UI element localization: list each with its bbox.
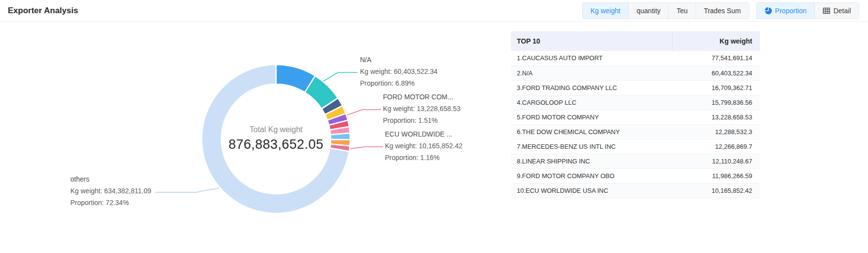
- exporter-kg-weight: 60,403,522.34: [672, 66, 760, 80]
- table-row: 7.MERCEDES-BENZ US INTL INC12,266,869.7: [511, 139, 760, 154]
- callout-others: others Kg weight: 634,382,811.09 Proport…: [70, 173, 151, 208]
- table-row: 3.FORD TRADING COMPANY LLC16,709,362.71: [511, 80, 760, 95]
- callout-line-others: [155, 188, 219, 192]
- metric-tab-group: Kg weight quantity Teu Trades Sum: [582, 2, 749, 19]
- top10-table-panel: TOP 10 Kg weight 1.CAUCASUS AUTO IMPORT7…: [511, 31, 760, 198]
- tab-teu[interactable]: Teu: [668, 3, 696, 19]
- table-row: 5.FORD MOTOR COMPANY13,228,658.53: [511, 110, 760, 124]
- table-row: 6.THE DOW CHEMICAL COMPANY12,288,532.3: [511, 124, 760, 139]
- exporter-kg-weight: 13,228,658.53: [672, 110, 760, 124]
- callout-ford-motor: FORD MOTOR COM... Kg weight: 13,228,658.…: [383, 91, 461, 126]
- column-header-top10: TOP 10: [511, 31, 672, 51]
- callout-title: N/A: [360, 54, 438, 66]
- callout-proportion: Proportion: 72.34%: [70, 197, 151, 208]
- exporter-name: 2.N/A: [511, 66, 672, 80]
- tab-detail[interactable]: Detail: [814, 3, 859, 19]
- exporter-name: 1.CAUCASUS AUTO IMPORT: [511, 51, 672, 66]
- callout-kg-weight: Kg weight: 13,228,658.53: [383, 103, 461, 115]
- table-row: 1.CAUCASUS AUTO IMPORT77,541,691.14: [511, 51, 760, 66]
- header-controls: Kg weight quantity Teu Trades Sum Propor…: [582, 2, 859, 19]
- callout-proportion: Proportion: 6.89%: [360, 77, 438, 89]
- exporter-kg-weight: 11,986,266.59: [672, 168, 760, 183]
- table-row: 10.ECU WORLDWIDE USA INC10,165,852.42: [511, 183, 760, 198]
- exporter-name: 7.MERCEDES-BENZ US INTL INC: [511, 139, 672, 154]
- page-title: Exporter Analysis: [8, 6, 78, 16]
- callout-ecu-worldwide: ECU WORLDWIDE ... Kg weight: 10,165,852.…: [385, 128, 463, 163]
- callout-na: N/A Kg weight: 60,403,522.34 Proportion:…: [360, 54, 438, 89]
- table-header-row: TOP 10 Kg weight: [511, 31, 760, 51]
- callout-kg-weight: Kg weight: 634,382,811.09: [70, 185, 151, 197]
- exporter-kg-weight: 77,541,691.14: [672, 51, 760, 66]
- callout-kg-weight: Kg weight: 60,403,522.34: [360, 66, 438, 77]
- callout-proportion: Proportion: 1.51%: [383, 115, 461, 126]
- exporter-name: 8.LINEAR SHIPPING INC: [511, 154, 672, 168]
- callout-title: ECU WORLDWIDE ...: [385, 128, 463, 140]
- tab-quantity[interactable]: quantity: [628, 3, 668, 19]
- table-row: 4.CARGOLOOP LLC15,799,836.56: [511, 95, 760, 110]
- callout-kg-weight: Kg weight: 10,165,852.42: [385, 140, 463, 152]
- tab-detail-label: Detail: [833, 7, 851, 15]
- exporter-name: 5.FORD MOTOR COMPANY: [511, 110, 672, 124]
- table-row: 2.N/A60,403,522.34: [511, 66, 760, 80]
- exporter-kg-weight: 12,288,532.3: [672, 124, 760, 139]
- callout-line-ford: [343, 110, 381, 116]
- exporter-kg-weight: 12,110,248.67: [672, 154, 760, 168]
- exporter-name: 3.FORD TRADING COMPANY LLC: [511, 80, 672, 95]
- table-row: 8.LINEAR SHIPPING INC12,110,248.67: [511, 154, 760, 168]
- tab-trades-sum[interactable]: Trades Sum: [696, 3, 749, 19]
- donut-chart-area: Total Kg weight 876,883,652.05 N/A Kg we…: [0, 22, 508, 252]
- callout-title: others: [70, 173, 151, 185]
- donut-slice-linear-shipping-inc[interactable]: [331, 133, 350, 139]
- callout-proportion: Proportion: 1.16%: [385, 152, 463, 163]
- tab-kg-weight[interactable]: Kg weight: [583, 3, 628, 19]
- exporter-name: 9.FORD MOTOR COMPANY OBO: [511, 168, 672, 183]
- table-row: 9.FORD MOTOR COMPANY OBO11,986,266.59: [511, 168, 760, 183]
- exporter-kg-weight: 16,709,362.71: [672, 80, 760, 95]
- column-header-kg-weight: Kg weight: [672, 31, 760, 51]
- exporter-kg-weight: 15,799,836.56: [672, 95, 760, 110]
- callout-title: FORD MOTOR COM...: [383, 91, 461, 103]
- tab-proportion-label: Proportion: [775, 7, 807, 15]
- header-bar: Exporter Analysis Kg weight quantity Teu…: [0, 0, 868, 22]
- exporter-name: 6.THE DOW CHEMICAL COMPANY: [511, 124, 672, 139]
- view-tab-group: Proportion Detail: [756, 2, 859, 19]
- top10-table: TOP 10 Kg weight 1.CAUCASUS AUTO IMPORT7…: [511, 31, 760, 198]
- exporter-kg-weight: 12,266,869.7: [672, 139, 760, 154]
- table-icon: [823, 7, 830, 15]
- exporter-name: 4.CARGOLOOP LLC: [511, 95, 672, 110]
- tab-proportion[interactable]: Proportion: [757, 3, 815, 19]
- exporter-analysis-page: Exporter Analysis Kg weight quantity Teu…: [0, 0, 868, 253]
- exporter-kg-weight: 10,165,852.42: [672, 183, 760, 198]
- pie-chart-icon: [764, 7, 772, 15]
- exporter-name: 10.ECU WORLDWIDE USA INC: [511, 183, 672, 198]
